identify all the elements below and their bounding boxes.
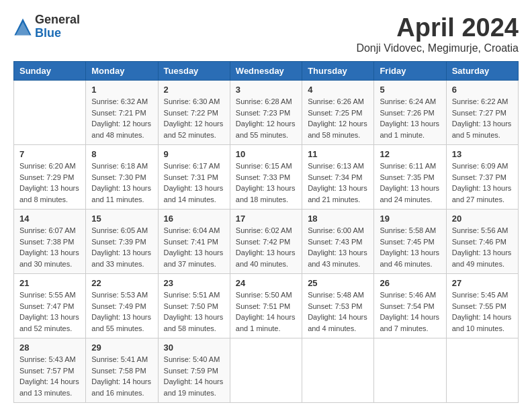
header-cell-thursday: Thursday — [302, 62, 374, 81]
logo-icon — [13, 17, 32, 36]
calendar-cell: 22Sunrise: 5:53 AM Sunset: 7:49 PM Dayli… — [86, 274, 158, 338]
calendar-cell: 29Sunrise: 5:41 AM Sunset: 7:58 PM Dayli… — [86, 338, 158, 403]
calendar-cell: 23Sunrise: 5:51 AM Sunset: 7:50 PM Dayli… — [158, 274, 230, 338]
calendar-cell: 5Sunrise: 6:24 AM Sunset: 7:26 PM Daylig… — [374, 81, 446, 145]
day-number: 18 — [308, 214, 368, 224]
day-info: Sunrise: 5:46 AM Sunset: 7:54 PM Dayligh… — [380, 289, 440, 334]
calendar-cell: 20Sunrise: 5:56 AM Sunset: 7:46 PM Dayli… — [446, 210, 518, 274]
day-info: Sunrise: 6:17 AM Sunset: 7:31 PM Dayligh… — [164, 161, 224, 205]
calendar-cell: 25Sunrise: 5:48 AM Sunset: 7:53 PM Dayli… — [302, 274, 374, 338]
week-row-3: 14Sunrise: 6:07 AM Sunset: 7:38 PM Dayli… — [14, 210, 519, 274]
day-info: Sunrise: 5:51 AM Sunset: 7:50 PM Dayligh… — [164, 289, 224, 334]
calendar-cell: 13Sunrise: 6:09 AM Sunset: 7:37 PM Dayli… — [446, 145, 518, 210]
header-row: SundayMondayTuesdayWednesdayThursdayFrid… — [14, 62, 519, 81]
day-info: Sunrise: 6:18 AM Sunset: 7:30 PM Dayligh… — [91, 161, 152, 205]
week-row-1: 1Sunrise: 6:32 AM Sunset: 7:21 PM Daylig… — [14, 81, 519, 145]
week-row-5: 28Sunrise: 5:43 AM Sunset: 7:57 PM Dayli… — [14, 338, 519, 403]
day-info: Sunrise: 6:32 AM Sunset: 7:21 PM Dayligh… — [91, 96, 152, 140]
day-number: 7 — [19, 149, 80, 159]
header-cell-wednesday: Wednesday — [230, 62, 302, 81]
day-number: 6 — [452, 85, 513, 95]
day-info: Sunrise: 5:41 AM Sunset: 7:58 PM Dayligh… — [91, 354, 152, 398]
page-header: General Blue April 2024 Donji Vidovec, M… — [13, 13, 519, 54]
day-number: 9 — [164, 149, 224, 159]
day-info: Sunrise: 5:40 AM Sunset: 7:59 PM Dayligh… — [164, 354, 224, 398]
calendar-table: SundayMondayTuesdayWednesdayThursdayFrid… — [13, 61, 519, 403]
calendar-cell: 24Sunrise: 5:50 AM Sunset: 7:51 PM Dayli… — [230, 274, 302, 338]
calendar-cell: 27Sunrise: 5:45 AM Sunset: 7:55 PM Dayli… — [446, 274, 518, 338]
day-info: Sunrise: 6:05 AM Sunset: 7:39 PM Dayligh… — [91, 225, 152, 269]
day-info: Sunrise: 5:48 AM Sunset: 7:53 PM Dayligh… — [308, 289, 368, 334]
calendar-cell: 16Sunrise: 6:04 AM Sunset: 7:41 PM Dayli… — [158, 210, 230, 274]
day-info: Sunrise: 6:28 AM Sunset: 7:23 PM Dayligh… — [236, 96, 296, 140]
logo-text: General Blue — [35, 13, 80, 40]
day-info: Sunrise: 5:55 AM Sunset: 7:47 PM Dayligh… — [19, 289, 80, 334]
week-row-2: 7Sunrise: 6:20 AM Sunset: 7:29 PM Daylig… — [14, 145, 519, 210]
day-number: 17 — [236, 214, 296, 224]
day-number: 12 — [380, 149, 440, 159]
calendar-cell: 4Sunrise: 6:26 AM Sunset: 7:25 PM Daylig… — [302, 81, 374, 145]
header-cell-saturday: Saturday — [446, 62, 518, 81]
calendar-cell: 19Sunrise: 5:58 AM Sunset: 7:45 PM Dayli… — [374, 210, 446, 274]
header-cell-tuesday: Tuesday — [158, 62, 230, 81]
calendar-cell: 11Sunrise: 6:13 AM Sunset: 7:34 PM Dayli… — [302, 145, 374, 210]
day-number: 26 — [380, 278, 440, 288]
calendar-cell: 10Sunrise: 6:15 AM Sunset: 7:33 PM Dayli… — [230, 145, 302, 210]
day-number: 24 — [236, 278, 296, 288]
day-info: Sunrise: 5:58 AM Sunset: 7:45 PM Dayligh… — [380, 225, 440, 269]
calendar-cell: 9Sunrise: 6:17 AM Sunset: 7:31 PM Daylig… — [158, 145, 230, 210]
day-number: 3 — [236, 85, 296, 95]
day-number: 1 — [91, 85, 152, 95]
calendar-cell — [302, 338, 374, 403]
day-number: 30 — [164, 342, 224, 353]
day-info: Sunrise: 6:09 AM Sunset: 7:37 PM Dayligh… — [452, 161, 513, 205]
logo-general: General — [35, 13, 80, 27]
day-info: Sunrise: 5:53 AM Sunset: 7:49 PM Dayligh… — [91, 289, 152, 334]
calendar-cell: 18Sunrise: 6:00 AM Sunset: 7:43 PM Dayli… — [302, 210, 374, 274]
day-number: 11 — [308, 149, 368, 159]
calendar-cell: 21Sunrise: 5:55 AM Sunset: 7:47 PM Dayli… — [14, 274, 86, 338]
location: Donji Vidovec, Megimurje, Croatia — [356, 42, 519, 54]
day-info: Sunrise: 6:24 AM Sunset: 7:26 PM Dayligh… — [380, 96, 440, 140]
day-number: 13 — [452, 149, 513, 159]
day-info: Sunrise: 6:02 AM Sunset: 7:42 PM Dayligh… — [236, 225, 296, 269]
day-number: 15 — [91, 214, 152, 224]
day-number: 28 — [19, 342, 80, 353]
calendar-cell — [374, 338, 446, 403]
calendar-body: 1Sunrise: 6:32 AM Sunset: 7:21 PM Daylig… — [14, 81, 519, 403]
day-info: Sunrise: 6:00 AM Sunset: 7:43 PM Dayligh… — [308, 225, 368, 269]
calendar-cell: 12Sunrise: 6:11 AM Sunset: 7:35 PM Dayli… — [374, 145, 446, 210]
day-info: Sunrise: 5:43 AM Sunset: 7:57 PM Dayligh… — [19, 354, 80, 398]
calendar-cell: 2Sunrise: 6:30 AM Sunset: 7:22 PM Daylig… — [158, 81, 230, 145]
day-info: Sunrise: 6:11 AM Sunset: 7:35 PM Dayligh… — [380, 161, 440, 205]
day-number: 19 — [380, 214, 440, 224]
day-number: 2 — [164, 85, 224, 95]
day-info: Sunrise: 5:45 AM Sunset: 7:55 PM Dayligh… — [452, 289, 513, 334]
day-info: Sunrise: 5:50 AM Sunset: 7:51 PM Dayligh… — [236, 289, 296, 334]
calendar-cell: 15Sunrise: 6:05 AM Sunset: 7:39 PM Dayli… — [86, 210, 158, 274]
day-info: Sunrise: 6:04 AM Sunset: 7:41 PM Dayligh… — [164, 225, 224, 269]
day-info: Sunrise: 6:22 AM Sunset: 7:27 PM Dayligh… — [452, 96, 513, 140]
day-info: Sunrise: 6:15 AM Sunset: 7:33 PM Dayligh… — [236, 161, 296, 205]
day-info: Sunrise: 5:56 AM Sunset: 7:46 PM Dayligh… — [452, 225, 513, 269]
calendar-cell: 1Sunrise: 6:32 AM Sunset: 7:21 PM Daylig… — [86, 81, 158, 145]
day-number: 5 — [380, 85, 440, 95]
day-info: Sunrise: 6:20 AM Sunset: 7:29 PM Dayligh… — [19, 161, 80, 205]
day-number: 20 — [452, 214, 513, 224]
day-number: 8 — [91, 149, 152, 159]
calendar-cell: 30Sunrise: 5:40 AM Sunset: 7:59 PM Dayli… — [158, 338, 230, 403]
day-number: 4 — [308, 85, 368, 95]
calendar-cell: 8Sunrise: 6:18 AM Sunset: 7:30 PM Daylig… — [86, 145, 158, 210]
calendar-cell: 6Sunrise: 6:22 AM Sunset: 7:27 PM Daylig… — [446, 81, 518, 145]
calendar-cell — [446, 338, 518, 403]
day-info: Sunrise: 6:26 AM Sunset: 7:25 PM Dayligh… — [308, 96, 368, 140]
calendar-cell: 14Sunrise: 6:07 AM Sunset: 7:38 PM Dayli… — [14, 210, 86, 274]
header-cell-monday: Monday — [86, 62, 158, 81]
calendar-header: SundayMondayTuesdayWednesdayThursdayFrid… — [14, 62, 519, 81]
calendar-cell: 28Sunrise: 5:43 AM Sunset: 7:57 PM Dayli… — [14, 338, 86, 403]
logo: General Blue — [13, 13, 80, 40]
day-number: 29 — [91, 342, 152, 353]
day-info: Sunrise: 6:07 AM Sunset: 7:38 PM Dayligh… — [19, 225, 80, 269]
day-number: 23 — [164, 278, 224, 288]
calendar-cell: 26Sunrise: 5:46 AM Sunset: 7:54 PM Dayli… — [374, 274, 446, 338]
